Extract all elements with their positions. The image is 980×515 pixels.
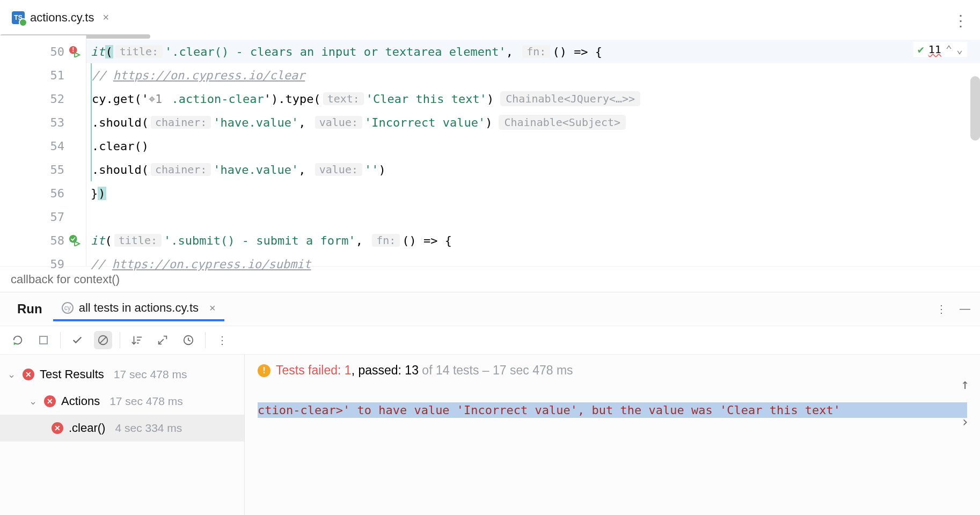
doc-link[interactable]: https://on.cypress.io/clear [113, 69, 305, 82]
code-line[interactable]: }) [86, 181, 980, 205]
line-number: 57 [43, 210, 64, 224]
usages-icon[interactable]: ⌖1 [149, 92, 162, 106]
results-area: ⌄ ✕ Test Results 17 sec 478 ms ⌄ ✕ Actio… [0, 355, 980, 515]
run-tab-bar: Run cy all tests in actions.cy.ts × ⋮ — [0, 292, 980, 326]
chevron-down-icon[interactable]: ⌄ [29, 395, 39, 407]
test-summary: ! Tests failed: 1, passed: 13 of 14 test… [258, 363, 967, 378]
error-icon: ✕ [44, 395, 56, 407]
code-line[interactable]: // https://on.cypress.io/submit [86, 252, 980, 276]
rerun-button[interactable] [9, 331, 27, 349]
run-config-tab[interactable]: cy all tests in actions.cy.ts × [53, 297, 224, 321]
editor-tab[interactable]: TS actions.cy.ts × [4, 5, 116, 30]
close-icon[interactable]: × [209, 302, 216, 314]
scrollbar[interactable] [970, 76, 980, 141]
show-passed-button[interactable] [68, 331, 86, 349]
code-line[interactable]: .clear() [86, 134, 980, 158]
chevron-down-icon[interactable]: ⌄ [8, 369, 17, 380]
line-number: 59 [43, 258, 64, 271]
error-icon: ✕ [52, 422, 63, 434]
run-tab[interactable]: Run [6, 295, 53, 323]
expand-button[interactable] [153, 331, 172, 349]
arrow-up-icon[interactable]: ↑ [961, 376, 969, 392]
code-line[interactable]: // https://on.cypress.io/clear [86, 63, 980, 87]
check-icon: ✔ [918, 43, 924, 56]
test-output[interactable]: ! Tests failed: 1, passed: 13 of 14 test… [245, 355, 980, 515]
minimize-icon[interactable]: — [960, 303, 970, 315]
warning-icon: ! [258, 364, 270, 377]
inspections-widget[interactable]: ✔ 11 ⌃ ⌄ [913, 42, 967, 57]
line-number: 52 [43, 92, 64, 106]
run-test-fail-icon[interactable]: ! [69, 46, 81, 57]
tree-root[interactable]: ⌄ ✕ Test Results 17 sec 478 ms [0, 361, 244, 388]
stop-button[interactable] [34, 331, 53, 349]
doc-link[interactable]: https://on.cypress.io/submit [112, 258, 311, 271]
test-tree[interactable]: ⌄ ✕ Test Results 17 sec 478 ms ⌄ ✕ Actio… [0, 355, 245, 515]
code-line[interactable] [86, 205, 980, 229]
code-editor: 50 ! 51 52 53 54 55 56 57 58 59 it( titl… [0, 35, 980, 266]
more-menu-icon[interactable]: ⋮ [953, 12, 967, 30]
svg-marker-2 [75, 53, 79, 57]
more-menu-icon[interactable]: ⋮ [936, 303, 947, 315]
sort-button[interactable] [128, 331, 146, 349]
line-number: 55 [43, 163, 64, 176]
history-button[interactable] [179, 331, 198, 349]
chevron-up-icon[interactable]: ⌃ [946, 43, 952, 56]
line-number: 50 [43, 45, 64, 58]
chevron-down-icon[interactable]: ⌄ [956, 43, 963, 56]
code-line[interactable]: it( title: '.submit() - submit a form', … [86, 229, 980, 252]
run-toolbar: ⋮ [0, 326, 980, 355]
code-line[interactable]: .should( chainer: 'have.value', value: '… [86, 111, 980, 134]
cypress-icon: cy [62, 302, 74, 314]
close-icon[interactable]: × [103, 11, 109, 24]
svg-marker-5 [14, 342, 17, 345]
show-ignored-button[interactable] [94, 331, 112, 349]
line-number: 56 [43, 187, 64, 200]
run-panel: Run cy all tests in actions.cy.ts × ⋮ — … [0, 292, 980, 515]
svg-line-8 [100, 337, 107, 344]
error-icon: ✕ [23, 369, 34, 380]
output-nav: ↑ › [961, 376, 969, 430]
error-message[interactable]: ction-clear>' to have value 'Incorrect v… [258, 402, 967, 418]
svg-line-13 [159, 339, 164, 344]
line-number: 54 [43, 139, 64, 153]
editor-tab-bar: TS actions.cy.ts × ⋮ [0, 0, 980, 35]
code-line[interactable]: .should( chainer: 'have.value', value: '… [86, 158, 980, 181]
code-line[interactable]: cy.get('⌖1 .action-clear').type( text: '… [86, 87, 980, 111]
tree-test[interactable]: ✕ .clear() 4 sec 334 ms [0, 415, 244, 442]
code-area[interactable]: it( title: '.clear() - clears an input o… [86, 35, 980, 266]
code-line[interactable]: it( title: '.clear() - clears an input o… [86, 40, 980, 63]
arrow-right-icon[interactable]: › [961, 414, 969, 430]
svg-marker-4 [75, 241, 79, 246]
tree-suite[interactable]: ⌄ ✕ Actions 17 sec 478 ms [0, 388, 244, 415]
gutter: 50 ! 51 52 53 54 55 56 57 58 59 [0, 35, 86, 266]
inspections-count: 11 [928, 43, 941, 56]
svg-rect-6 [40, 336, 47, 344]
type-inlay: Chainable<Subject> [499, 115, 626, 130]
type-inlay: Chainable<JQuery<…>> [500, 91, 640, 106]
more-button[interactable]: ⋮ [213, 331, 231, 349]
tab-filename: actions.cy.ts [30, 11, 94, 25]
line-number: 58 [43, 234, 64, 247]
typescript-icon: TS [12, 11, 25, 24]
run-test-pass-icon[interactable] [69, 234, 81, 246]
line-number: 51 [43, 69, 64, 82]
line-number: 53 [43, 116, 64, 129]
